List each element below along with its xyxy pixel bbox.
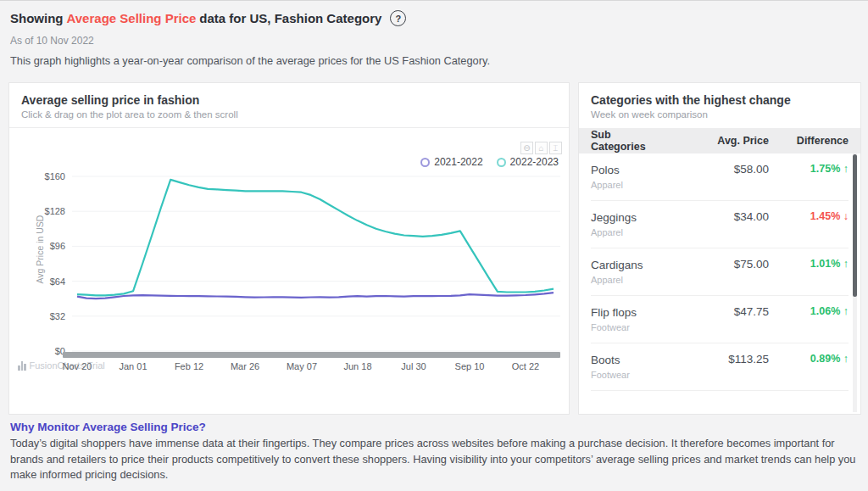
chart-zoom-toolbar: ⊖ ⌂ ⌶ (520, 142, 562, 154)
subcategory-parent: Apparel (591, 180, 667, 190)
page-title: Showing Average Selling Price data for U… (10, 10, 406, 26)
legend-label: 2022-2023 (510, 156, 559, 168)
legend-item-2022-2023[interactable]: 2022-2023 (497, 156, 559, 168)
x-tick: Jul 30 (386, 361, 442, 371)
column-sub-categories: Sub Categories (591, 129, 667, 153)
chart-panel: Average selling price in fashion Click &… (8, 82, 570, 415)
x-tick: Nov 20 (49, 361, 105, 371)
subcategory-name: Cardigans (591, 258, 667, 272)
chart-horizontal-scrollbar[interactable] (63, 352, 560, 358)
x-tick: Jan 01 (105, 361, 161, 371)
dashboard-page: Showing Average Selling Price data for U… (0, 0, 868, 491)
table-scrollbar-thumb[interactable] (853, 154, 857, 297)
x-tick: Jun 18 (330, 361, 386, 371)
y-tick: $0 (21, 344, 65, 358)
subcategory-name: Boots (591, 353, 667, 367)
chart-header-divider (9, 127, 569, 128)
x-axis-tick-labels: Nov 20 Jan 01 Feb 12 Mar 26 May 07 Jun 1… (72, 361, 564, 373)
zoom-out-icon[interactable]: ⊖ (520, 142, 533, 154)
y-tick: $160 (21, 170, 65, 183)
chart-subtitle: Click & drag on the plot area to zoom & … (21, 109, 238, 120)
subcategory-name: Polos (591, 163, 667, 177)
difference-value: 0.89% ↑ (769, 353, 849, 390)
page-header: Showing Average Selling Price data for U… (10, 10, 406, 26)
subcategory-name: Jeggings (591, 210, 667, 225)
categories-panel: Categories with the highest change Week … (578, 82, 861, 415)
as-of-date: As of 10 Nov 2022 (10, 35, 94, 47)
categories-subtitle: Week on week comparison (591, 109, 708, 120)
table-row: Flip flops Footwear $47.75 1.06% ↑ (591, 296, 849, 343)
y-tick: $128 (21, 204, 65, 218)
avg-price-value: $47.75 (667, 305, 769, 343)
x-tick: Mar 26 (217, 361, 273, 371)
y-tick: $32 (21, 310, 65, 323)
help-icon[interactable]: ? (390, 10, 406, 26)
difference-value: 1.01% ↑ (769, 258, 849, 295)
table-body: Polos Apparel $58.00 1.75% ↑ Jeggings Ap… (579, 153, 860, 416)
column-avg-price: Avg. Price (667, 135, 769, 147)
column-difference: Difference (769, 135, 849, 147)
avg-price-value: $58.00 (667, 163, 769, 200)
y-tick: $64 (21, 275, 65, 288)
categories-title: Categories with the highest change (591, 93, 791, 107)
x-tick: Oct 22 (498, 361, 554, 371)
line-chart-plot-area[interactable] (72, 171, 560, 354)
avg-price-value: $75.00 (667, 258, 769, 295)
title-suffix: data for US, Fashion Category (199, 11, 381, 25)
reset-zoom-icon[interactable]: ⌂ (535, 142, 548, 154)
table-row: Cardigans Apparel $75.00 1.01% ↑ (591, 248, 849, 296)
table-row: Polos Apparel $58.00 1.75% ↑ (591, 153, 849, 201)
table-row: Jeggings Apparel $34.00 1.45% ↓ (591, 201, 849, 248)
avg-price-value: $34.00 (667, 210, 769, 248)
table-header: Sub Categories Avg. Price Difference (579, 128, 860, 153)
subcategory-parent: Footwear (591, 322, 667, 332)
subcategory-parent: Apparel (591, 227, 667, 237)
subcategory-name: Flip flops (591, 305, 667, 320)
legend-label: 2021-2022 (434, 156, 482, 168)
title-prefix: Showing (10, 11, 64, 25)
difference-value: 1.75% ↑ (769, 163, 849, 200)
fusioncharts-logo-icon (18, 361, 26, 371)
legend-ring-2022-2023-icon (497, 158, 506, 167)
y-axis-tick-labels: $160 $128 $96 $64 $32 $0 (21, 170, 65, 358)
avg-price-value: $113.25 (667, 353, 769, 390)
table-row: Boots Footwear $113.25 0.89% ↑ (591, 343, 849, 391)
chart-legend: 2021-2022 2022-2023 (420, 156, 559, 168)
selection-zoom-icon[interactable]: ⌶ (549, 142, 562, 154)
legend-ring-2021-2022-icon (420, 158, 430, 167)
difference-value: 1.06% ↑ (769, 305, 849, 343)
y-tick: $96 (21, 239, 65, 253)
subcategory-parent: Apparel (591, 275, 667, 285)
chart-title: Average selling price in fashion (21, 93, 199, 107)
x-tick: May 07 (274, 361, 330, 371)
subcategory-parent: Footwear (591, 370, 667, 380)
difference-value: 1.45% ↓ (769, 210, 849, 248)
legend-item-2021-2022[interactable]: 2021-2022 (420, 156, 482, 168)
page-description: This graph highlights a year-on-year com… (10, 54, 490, 67)
why-monitor-heading: Why Monitor Average Selling Price? (10, 421, 206, 433)
title-highlight: Average Selling Price (67, 11, 197, 25)
why-monitor-body: Today’s digital shoppers have immense da… (10, 436, 861, 483)
x-tick: Feb 12 (161, 361, 217, 371)
x-tick: Sep 10 (442, 361, 498, 371)
